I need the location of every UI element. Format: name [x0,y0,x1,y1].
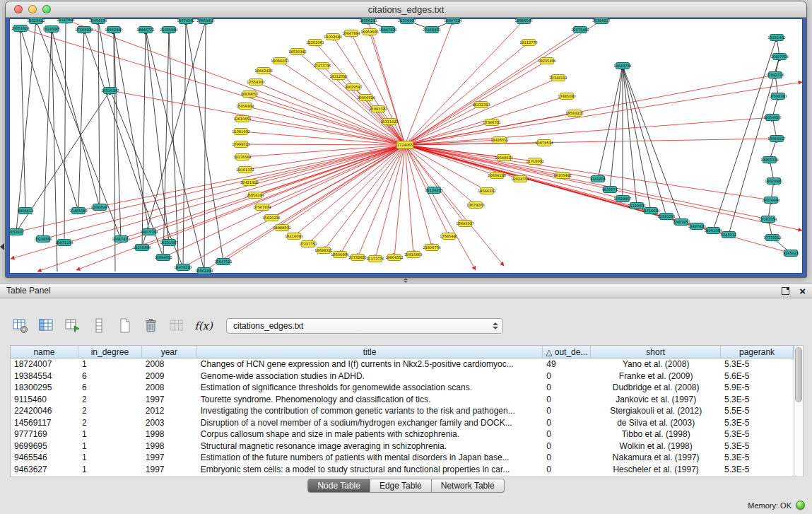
window-titlebar[interactable]: citations_edges.txt [6,1,806,18]
column-header-name[interactable]: name [11,346,78,358]
graph-node[interactable]: 20421918 [240,180,258,186]
table-row[interactable]: 1938455462009Genome-wide association stu… [11,370,794,382]
graph-node[interactable]: 19235406 [538,58,555,64]
graph-node[interactable]: 18312058 [329,74,347,80]
table-row[interactable]: 2242004622012Investigating the contribut… [11,405,794,417]
table-row[interactable]: 969969511998Structural magnetic resonanc… [11,440,794,452]
graph-node[interactable]: 20663415 [196,18,214,24]
close-panel-icon[interactable]: × [799,287,806,295]
graph-node[interactable]: 18839057 [240,91,258,98]
graph-node[interactable]: 19548613 [495,155,512,161]
graph-node[interactable]: 12310291 [657,214,675,220]
graph-node[interactable]: 17779212 [763,235,781,241]
graph-node[interactable]: 18530342 [288,49,306,55]
graph-node[interactable]: 17473735 [313,63,331,69]
create-column-button[interactable] [64,317,82,335]
graph-node[interactable]: 9152637 [9,229,24,235]
graph-node[interactable]: 13679203 [466,202,484,209]
graph-node[interactable]: 18846721 [136,27,154,33]
graph-node[interactable]: 14478213 [174,264,192,271]
graph-node[interactable]: 20634128 [488,173,505,179]
graph-node[interactable]: 20915663 [404,252,422,258]
graph-node[interactable]: 13250896 [133,245,151,251]
graph-node[interactable]: 12610651 [233,116,251,122]
function-builder-button[interactable]: f(x) [194,317,213,335]
graph-node[interactable]: 21075462 [571,27,589,33]
graph-node[interactable]: 17346701 [483,119,500,126]
graph-node[interactable]: 17237752 [299,241,317,247]
table-row[interactable]: 1830029562008Estimation of significance … [11,382,794,394]
graph-node[interactable]: 10647894 [342,30,360,37]
graph-node[interactable]: 21147896 [57,18,74,23]
graph-node[interactable]: 20394817 [592,18,610,24]
graph-node[interactable]: 19265334 [760,157,778,163]
graph-node[interactable]: 19086053 [271,58,288,64]
graph-node[interactable]: 12202061 [306,40,324,46]
row-options-button[interactable] [90,317,108,335]
graph-node[interactable]: 17103054 [759,216,777,223]
graph-node[interactable]: 9245023 [783,250,799,257]
graph-node[interactable]: 9341205 [590,176,606,182]
graph-node[interactable]: 21035894 [160,27,177,33]
graph-node[interactable]: 17683902 [75,27,93,33]
graph-node[interactable]: 10871234 [55,240,73,246]
column-header-year[interactable]: year [142,346,197,358]
graph-node[interactable]: 15134457 [425,187,442,194]
graph-node[interactable]: 19447826 [379,27,396,33]
graph-node[interactable]: 16232313 [472,102,490,108]
graph-node[interactable]: 11032649 [324,34,341,40]
graph-node[interactable]: 16487059 [770,54,788,60]
graph-node[interactable]: 20516387 [101,88,119,94]
splitter-handle[interactable] [399,277,413,283]
tab-network-table[interactable]: Network Table [432,479,505,493]
graph-node[interactable]: 17685441 [440,233,457,240]
graph-node[interactable]: 16815764 [140,229,158,235]
graph-node[interactable]: 19820981 [765,178,782,185]
graph-node[interactable]: 20459178 [89,18,107,24]
show-columns-button[interactable] [37,317,56,335]
graph-node[interactable]: 14988501 [273,225,290,231]
graph-node[interactable]: 18426552 [490,137,508,144]
table-row[interactable]: 946554611997Estimation of the future num… [11,452,794,464]
graph-node[interactable]: 16642433 [254,68,272,74]
graph-node[interactable]: 17999013 [232,141,249,148]
close-window-button[interactable] [14,5,23,13]
graph-node[interactable]: 18698321 [314,247,332,254]
graph-node[interactable]: 20168453 [423,27,440,33]
column-header-in-degree[interactable]: in_degree [78,346,142,358]
graph-node[interactable]: 21091322 [369,106,387,112]
graph-node[interactable]: 11465089 [69,208,87,214]
table-row[interactable]: 1872400712008Changes of HCN gene express… [11,358,794,370]
graph-node[interactable]: 20051624 [11,25,29,32]
graph-node[interactable]: 21256907 [398,18,416,24]
table-row[interactable]: 1456911722003Disruption of a novel membe… [11,417,794,429]
graph-node[interactable]: 15820236 [262,215,280,221]
minimize-window-button[interactable] [28,5,37,13]
graph-node[interactable]: 10529467 [613,196,631,202]
graph-node[interactable]: 20376648 [762,197,779,204]
table-scrollbar[interactable] [794,345,804,477]
column-header-out-degree[interactable]: △ out_de... [543,346,591,358]
graph-node[interactable]: 19029547 [344,84,362,90]
float-panel-icon[interactable] [782,287,789,295]
graph-node[interactable]: 12687410 [112,236,129,243]
graph-node[interactable]: 18556231 [359,18,377,24]
delete-table-button[interactable] [142,317,160,335]
graph-node[interactable]: 17554300 [247,79,264,86]
graph-node[interactable]: 9245012 [721,232,736,238]
collapse-panel-arrow-icon[interactable] [0,243,4,250]
graph-node[interactable]: 17042716 [766,72,784,78]
graph-node[interactable]: 19506906 [331,252,348,258]
graph-node[interactable]: 13894652 [154,255,172,261]
graph-node[interactable]: 16854244 [246,192,264,199]
graph-node[interactable]: 19886540 [514,18,532,24]
graph-node[interactable]: 15493307 [456,221,473,227]
graph-node[interactable]: 19161372 [236,167,254,173]
graph-node[interactable]: 11719002 [526,158,543,165]
graph-node[interactable]: 13497423 [688,223,705,230]
network-canvas[interactable]: 2005162419323412182350652114789617683902… [9,18,803,274]
table-settings-button[interactable] [11,317,30,335]
graph-node[interactable]: 15993817 [767,136,785,142]
graph-node[interactable]: 9935871 [602,187,618,193]
graph-node[interactable]: 9906412 [18,208,33,214]
